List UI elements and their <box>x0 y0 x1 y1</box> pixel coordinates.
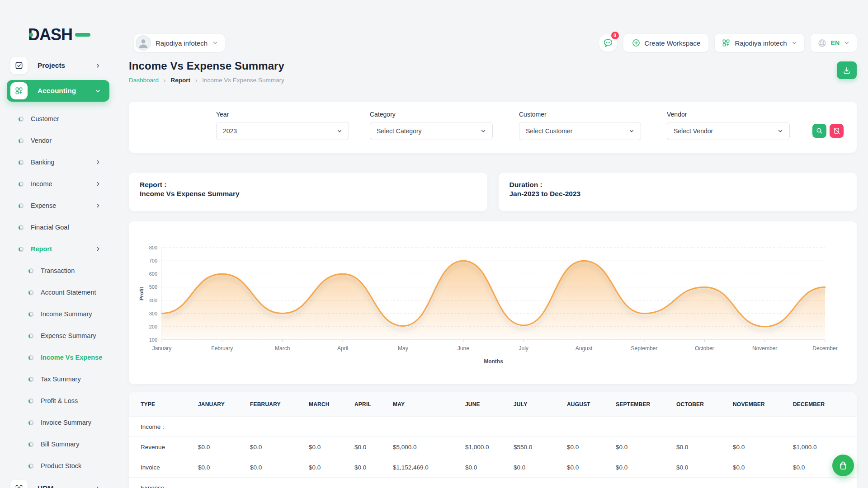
breadcrumb-dashboard[interactable]: Dashboard <box>129 77 159 84</box>
svg-text:November: November <box>752 345 777 352</box>
year-select[interactable]: 2023 <box>216 122 349 140</box>
sidebar-item-hrm[interactable]: HRM <box>7 478 109 488</box>
sidebar-item-projects[interactable]: Projects <box>7 55 109 76</box>
svg-text:100: 100 <box>149 337 157 343</box>
clear-filter-icon <box>833 127 840 135</box>
breadcrumb-separator: › <box>164 77 165 84</box>
language-selector[interactable]: EN <box>811 34 857 52</box>
workspace-selector[interactable]: Rajodiya infotech <box>134 34 225 52</box>
sidebar-item-invoice-summary[interactable]: Invoice Summary <box>0 412 116 433</box>
filter-panel: Year 2023 Category Select Category Custo… <box>129 102 857 153</box>
bullet-icon <box>28 312 33 317</box>
customer-select[interactable]: Select Customer <box>519 122 641 140</box>
chevron-down-icon <box>628 128 635 134</box>
table-header-june: JUNE <box>465 392 514 417</box>
svg-text:DASH: DASH <box>28 25 72 44</box>
table-header-april: APRIL <box>354 392 393 417</box>
breadcrumb-current: Income Vs Expense Summary <box>202 77 284 84</box>
globe-icon <box>817 38 827 48</box>
app-logo[interactable]: DASH <box>28 25 116 46</box>
breadcrumb-separator: › <box>195 77 197 84</box>
sidebar-item-income[interactable]: Income <box>0 173 116 195</box>
chevron-down-icon <box>212 40 218 46</box>
duration-card: Duration : Jan-2023 to Dec-2023 <box>499 173 857 211</box>
sidebar-item-account-statement[interactable]: Account Statement <box>0 282 116 303</box>
sidebar-item-report[interactable]: Report <box>0 238 116 260</box>
report-label: Report : <box>140 180 476 189</box>
duration-value: Jan-2023 to Dec-2023 <box>509 189 846 198</box>
sidebar-item-customer[interactable]: Customer <box>0 108 116 130</box>
sidebar-item-bill-summary[interactable]: Bill Summary <box>0 433 116 455</box>
vendor-select[interactable]: Select Vendor <box>667 122 790 140</box>
svg-text:600: 600 <box>149 271 157 277</box>
bullet-icon <box>28 442 33 447</box>
messages-button[interactable]: 0 <box>599 34 617 52</box>
sidebar: DASH Projects Accounting CustomerVendorB… <box>0 0 116 488</box>
chevron-right-icon <box>95 246 101 252</box>
avatar <box>136 35 151 51</box>
vendor-label: Vendor <box>667 111 790 118</box>
bullet-icon <box>28 377 33 382</box>
sidebar-item-vendor[interactable]: Vendor <box>0 130 116 151</box>
purchase-fab-button[interactable] <box>832 455 854 476</box>
svg-text:June: June <box>458 345 469 352</box>
customer-label: Customer <box>519 111 641 118</box>
bullet-icon <box>28 268 33 273</box>
sidebar-item-income-vs-expense[interactable]: Income Vs Expense <box>0 347 116 368</box>
duration-label: Duration : <box>509 180 846 189</box>
bullet-icon <box>19 203 24 208</box>
chevron-right-icon <box>94 485 101 488</box>
grid-plus-icon <box>10 82 28 99</box>
create-workspace-button[interactable]: Create Workspace <box>623 34 709 52</box>
svg-text:200: 200 <box>149 324 157 329</box>
account-workspace-switcher[interactable]: Rajodiya infotech <box>715 34 804 52</box>
svg-text:February: February <box>211 345 233 352</box>
category-select[interactable]: Select Category <box>370 122 493 140</box>
sidebar-item-tax-summary[interactable]: Tax Summary <box>0 368 116 390</box>
reset-filter-button[interactable] <box>830 124 844 138</box>
chevron-down-icon <box>844 40 850 46</box>
svg-text:April: April <box>337 345 348 352</box>
svg-text:300: 300 <box>149 311 157 316</box>
income-expense-table: TYPEJANUARYFEBRUARYMARCHAPRILMAYJUNEJULY… <box>129 392 857 488</box>
sidebar-item-profit-loss[interactable]: Profit & Loss <box>0 390 116 412</box>
chevron-down-icon <box>777 128 783 134</box>
chat-badge: 0 <box>611 32 619 39</box>
breadcrumb-report[interactable]: Report <box>170 77 190 84</box>
chevron-down-icon <box>94 88 101 94</box>
sidebar-item-income-summary[interactable]: Income Summary <box>0 303 116 325</box>
bullet-icon <box>19 182 24 187</box>
table-header-august: AUGUST <box>567 392 616 417</box>
chevron-right-icon <box>94 62 101 69</box>
shopping-bag-icon <box>838 460 848 470</box>
accounting-submenu: CustomerVendorBankingIncomeExpenseFinaci… <box>0 108 116 477</box>
report-value: Income Vs Expense Summary <box>140 189 476 198</box>
sidebar-item-expense-summary[interactable]: Expense Summary <box>0 325 116 347</box>
apply-filter-button[interactable] <box>812 124 826 138</box>
svg-text:December: December <box>812 345 837 352</box>
svg-text:January: January <box>152 345 172 352</box>
sidebar-item-product-stock[interactable]: Product Stock <box>0 455 116 477</box>
chevron-right-icon <box>95 181 101 187</box>
table-header-september: SEPTEMBER <box>616 392 676 417</box>
table-header-november: NOVEMBER <box>733 392 793 417</box>
download-button[interactable] <box>837 61 857 79</box>
table-header-october: OCTOBER <box>676 392 733 417</box>
chevron-right-icon <box>95 202 101 209</box>
sidebar-item-banking[interactable]: Banking <box>0 151 116 173</box>
search-icon <box>816 127 823 135</box>
table-header-july: JULY <box>514 392 567 417</box>
sidebar-item-accounting[interactable]: Accounting <box>7 80 109 102</box>
download-icon <box>842 66 851 75</box>
topbar: Rajodiya infotech 0 Create Workspace <box>129 34 857 52</box>
bullet-icon <box>28 355 33 360</box>
chevron-down-icon <box>480 128 486 134</box>
main-content: Rajodiya infotech 0 Create Workspace <box>116 0 868 488</box>
sidebar-item-finacial-goal[interactable]: Finacial Goal <box>0 216 116 238</box>
sidebar-item-expense[interactable]: Expense <box>0 195 116 216</box>
category-label: Category <box>370 111 493 118</box>
table-row-revenue: Revenue$0.0$0.0$0.0$0.0$5,000.0$1,000.0$… <box>129 437 857 457</box>
sidebar-item-transaction[interactable]: Transaction <box>0 260 116 282</box>
table-section-row: Income : <box>129 417 857 437</box>
breadcrumb: Dashboard › Report › Income Vs Expense S… <box>129 77 857 84</box>
